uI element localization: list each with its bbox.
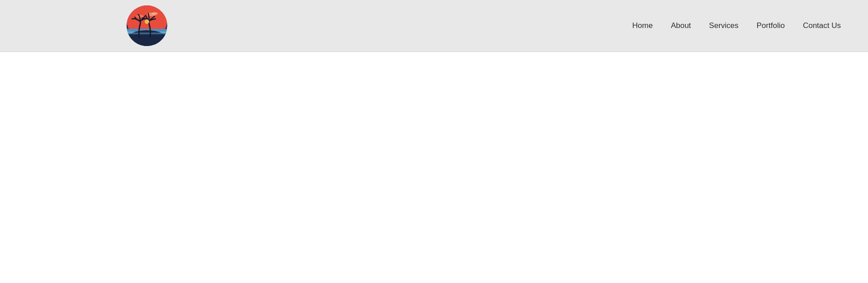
svg-point-10 [145, 19, 149, 24]
nav-item-portfolio[interactable]: Portfolio [757, 21, 785, 30]
svg-rect-9 [127, 32, 167, 34]
svg-rect-8 [127, 33, 167, 46]
nav-item-home[interactable]: Home [632, 21, 653, 30]
main-content [0, 52, 868, 283]
site-header: Home About Services Portfolio Contact Us [0, 0, 868, 52]
nav-item-about[interactable]: About [671, 21, 691, 30]
logo-container[interactable] [127, 5, 167, 46]
main-nav: Home About Services Portfolio Contact Us [632, 21, 841, 30]
logo [127, 5, 167, 46]
nav-item-contact[interactable]: Contact Us [803, 21, 841, 30]
nav-item-services[interactable]: Services [709, 21, 738, 30]
svg-point-3 [151, 12, 158, 15]
